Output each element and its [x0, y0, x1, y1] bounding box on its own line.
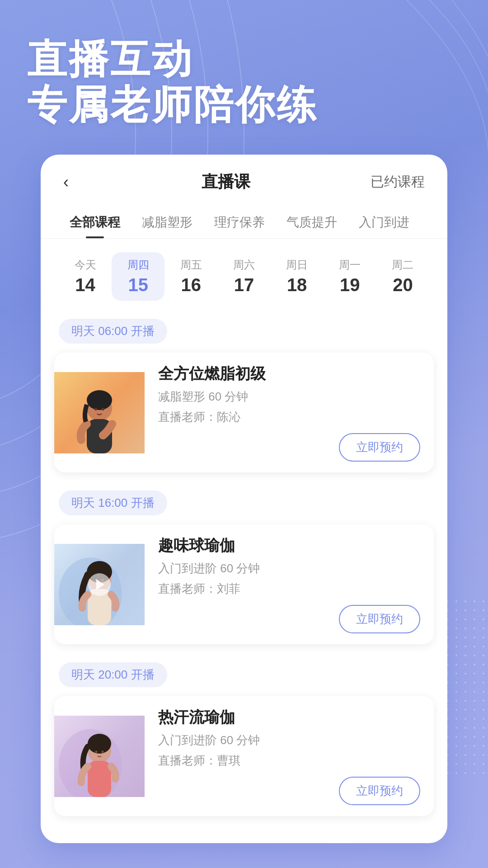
- course-meta-2: 入门到进阶 60 分钟: [158, 561, 420, 576]
- time-badge-2: 明天 16:00 开播: [59, 491, 167, 515]
- reserve-button-3[interactable]: 立即预约: [339, 777, 420, 805]
- course-card-3: 热汗流瑜伽 入门到进阶 60 分钟 直播老师：曹琪 立即预约: [54, 696, 434, 816]
- course-meta-3: 入门到进阶 60 分钟: [158, 732, 420, 748]
- hero-title-line1: 直播互动: [27, 36, 461, 82]
- course-image-1: [54, 372, 145, 453]
- date-item-15[interactable]: 周四 15: [112, 252, 164, 301]
- card-header: ‹ 直播课 已约课程: [41, 155, 447, 202]
- course-card-2: 趣味球瑜伽 入门到进阶 60 分钟 直播老师：刘菲 立即预约: [54, 524, 434, 644]
- date-item-16[interactable]: 周五 16: [164, 252, 217, 301]
- app-card: ‹ 直播课 已约课程 全部课程 减脂塑形 理疗保养 气质提升 入门到进: [41, 155, 447, 843]
- reserve-button-2[interactable]: 立即预约: [339, 605, 420, 633]
- svg-point-20: [102, 750, 104, 753]
- course-title-2: 趣味球瑜伽: [158, 535, 420, 556]
- date-item-17[interactable]: 周六 17: [217, 252, 270, 301]
- course-teacher-2: 直播老师：刘菲: [158, 581, 420, 597]
- course-teacher-1: 直播老师：陈沁: [158, 409, 420, 425]
- date-selector: 今天 14 周四 15 周五 16 周六 17 周日 18 周一 19: [41, 239, 447, 314]
- date-item-20[interactable]: 周二 20: [376, 252, 429, 301]
- tab-therapy[interactable]: 理疗保养: [203, 207, 276, 238]
- tab-temperament[interactable]: 气质提升: [276, 207, 348, 238]
- tab-beginner[interactable]: 入门到进: [348, 207, 420, 238]
- tab-fat-reduction[interactable]: 减脂塑形: [131, 207, 203, 238]
- svg-point-18: [88, 734, 111, 754]
- svg-point-6: [87, 390, 112, 410]
- reserve-button-1[interactable]: 立即预约: [339, 433, 420, 462]
- date-item-14[interactable]: 今天 14: [59, 252, 112, 301]
- back-button[interactable]: ‹: [63, 173, 81, 192]
- course-teacher-3: 直播老师：曹琪: [158, 753, 420, 769]
- time-badge-3: 明天 20:00 开播: [59, 662, 167, 687]
- hero-section: 直播互动 专属老师陪你练: [0, 36, 488, 127]
- tab-all-courses[interactable]: 全部课程: [59, 207, 131, 238]
- course-card-1: 全方位燃脂初级 减脂塑形 60 分钟 直播老师：陈沁 立即预约: [54, 353, 434, 472]
- course-info-1: 全方位燃脂初级 减脂塑形 60 分钟 直播老师：陈沁 立即预约: [145, 353, 434, 472]
- time-badge-1: 明天 06:00 开播: [59, 319, 167, 344]
- course-title-3: 热汗流瑜伽: [158, 707, 420, 728]
- course-title-1: 全方位燃脂初级: [158, 363, 420, 384]
- date-item-18[interactable]: 周日 18: [271, 252, 324, 301]
- course-image-3: [54, 716, 145, 797]
- course-meta-1: 减脂塑形 60 分钟: [158, 389, 420, 405]
- page-title: 直播课: [202, 171, 250, 193]
- svg-point-19: [95, 750, 98, 753]
- category-tabs: 全部课程 减脂塑形 理疗保养 气质提升 入门到进: [41, 202, 447, 239]
- date-item-19[interactable]: 周一 19: [324, 252, 376, 301]
- booked-courses-link[interactable]: 已约课程: [371, 173, 425, 191]
- courses-scroll-area: 明天 06:00 开播: [41, 314, 447, 843]
- course-info-3: 热汗流瑜伽 入门到进阶 60 分钟 直播老师：曹琪 立即预约: [145, 696, 434, 816]
- svg-point-7: [94, 408, 97, 410]
- hero-title-line2: 专属老师陪你练: [27, 82, 461, 127]
- course-info-2: 趣味球瑜伽 入门到进阶 60 分钟 直播老师：刘菲 立即预约: [145, 524, 434, 644]
- svg-point-8: [102, 408, 104, 410]
- course-image-2: [54, 544, 145, 625]
